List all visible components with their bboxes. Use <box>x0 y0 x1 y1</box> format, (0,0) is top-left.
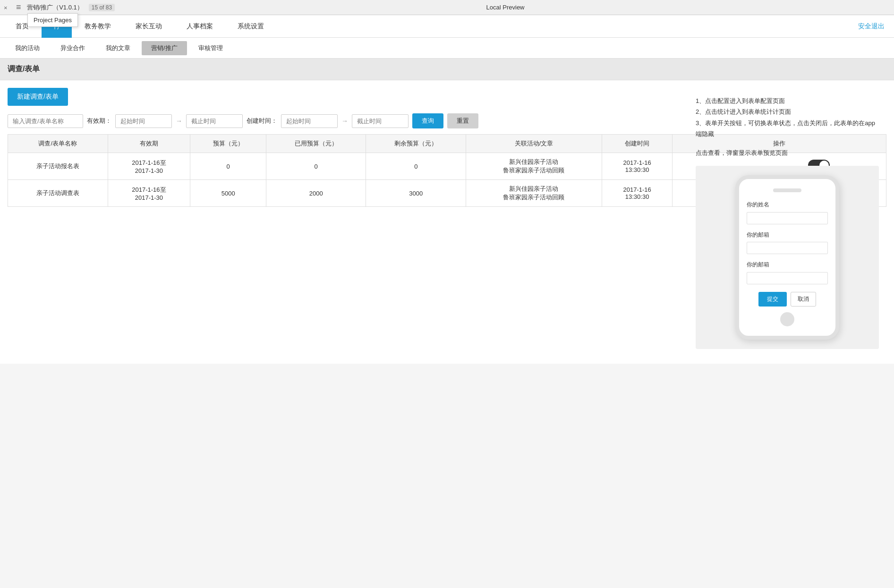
main-content: 新建调查/表单 有效期： → 创建时间： → 查询 重置 调查/表单名称 <box>0 80 894 364</box>
sub-nav-my-activities[interactable]: 我的活动 <box>6 41 49 55</box>
cell-remain-budget-0: 0 <box>366 153 466 180</box>
created-time-label: 创建时间： <box>247 117 277 125</box>
cell-name-1: 亲子活动调查表 <box>8 180 108 207</box>
phone-field-email1 <box>747 242 828 254</box>
valid-start-date[interactable] <box>115 114 172 128</box>
new-form-button[interactable]: 新建调查/表单 <box>8 88 68 106</box>
created-end-date[interactable] <box>352 114 409 128</box>
phone-notch <box>773 188 801 192</box>
sub-nav-marketing[interactable]: 营销/推广 <box>142 41 187 55</box>
query-button[interactable]: 查询 <box>412 113 443 128</box>
phone-submit-button[interactable]: 提交 <box>758 292 787 307</box>
valid-period-label: 有效期： <box>87 117 111 125</box>
cell-related-1: 新兴佳园亲子活动鲁班家园亲子活动回顾 <box>466 180 602 207</box>
title-bar: × ≡ 营销/推广（V1.0.1） 15 of 83 Local Preview… <box>0 0 894 15</box>
cell-name-0: 亲子活动报名表 <box>8 153 108 180</box>
col-header-used-budget: 已用预算（元） <box>266 135 366 153</box>
phone-field-name <box>747 212 828 224</box>
right-panel: 1、点击配置进入到表单配置页面 2、点击统计进入到表单统计计页面 3、表单开关按… <box>688 88 886 357</box>
cell-related-0: 新兴佳园亲子活动鲁班家园亲子活动回顾 <box>466 153 602 180</box>
reset-button[interactable]: 重置 <box>447 113 478 128</box>
field-label-email2: 你的邮箱 <box>747 260 828 270</box>
sub-nav-review[interactable]: 审核管理 <box>189 41 232 55</box>
arrow-icon-2: → <box>341 117 348 125</box>
page-count: 15 of 83 <box>89 4 115 11</box>
col-header-created: 创建时间 <box>602 135 672 153</box>
project-pages-tooltip: Project Pages <box>27 13 78 27</box>
col-header-remain-budget: 剩余预算（元） <box>366 135 466 153</box>
cell-period-0: 2017-1-16至2017-1-30 <box>108 153 190 180</box>
phone-cancel-button[interactable]: 取消 <box>791 292 816 307</box>
preview-note: 点击查看，弹窗显示表单预览页面 <box>696 147 879 158</box>
sub-nav-my-articles[interactable]: 我的文章 <box>96 41 140 55</box>
instruction-1: 1、点击配置进入到表单配置页面 <box>696 95 879 106</box>
col-header-name: 调查/表单名称 <box>8 135 108 153</box>
nav-tab-hr[interactable]: 人事档案 <box>175 15 225 38</box>
col-header-related: 关联活动/文章 <box>466 135 602 153</box>
valid-end-date[interactable] <box>186 114 243 128</box>
cell-period-1: 2017-1-16至2017-1-30 <box>108 180 190 207</box>
nav-tabs: 首页 行 教务教学 家长互动 人事档案 系统设置 安全退出 <box>0 15 894 38</box>
phone-home-button <box>780 312 794 326</box>
page-title: 调查/表单 <box>8 65 40 73</box>
window-title: Local Preview <box>120 4 890 11</box>
cell-budget-0: 0 <box>190 153 266 180</box>
instruction-2: 2、点击统计进入到表单统计计页面 <box>696 106 879 117</box>
search-input[interactable] <box>8 114 83 128</box>
page-header: 调查/表单 <box>0 59 894 80</box>
sub-nav-cooperation[interactable]: 异业合作 <box>51 41 94 55</box>
logout-button[interactable]: 安全退出 <box>852 22 890 31</box>
arrow-icon-1: → <box>176 117 182 125</box>
nav-tab-parents[interactable]: 家长互动 <box>124 15 174 38</box>
created-start-date[interactable] <box>281 114 338 128</box>
col-header-period: 有效期 <box>108 135 190 153</box>
cell-remain-budget-1: 3000 <box>366 180 466 207</box>
menu-icon[interactable]: ≡ <box>16 2 21 12</box>
col-header-budget: 预算（元） <box>190 135 266 153</box>
cell-created-1: 2017-1-1613:30:30 <box>602 180 672 207</box>
instruction-3: 3、表单开关按钮，可切换表单状态，点击关闭后，此表单的在app端隐藏 <box>696 118 879 140</box>
phone-preview: 你的姓名 你的邮箱 你的邮箱 提交 取消 <box>735 175 839 340</box>
nav-tab-settings[interactable]: 系统设置 <box>226 15 276 38</box>
cell-created-0: 2017-1-1613:30:30 <box>602 153 672 180</box>
cell-used-budget-0: 0 <box>266 153 366 180</box>
field-label-email1: 你的邮箱 <box>747 230 828 240</box>
close-icon[interactable]: × <box>4 4 10 11</box>
app-title: 营销/推广（V1.0.1） <box>27 3 83 12</box>
sub-nav: 我的活动 异业合作 我的文章 营销/推广 审核管理 <box>0 38 894 59</box>
nav-tab-education[interactable]: 教务教学 <box>73 15 123 38</box>
cell-budget-1: 5000 <box>190 180 266 207</box>
cell-used-budget-1: 2000 <box>266 180 366 207</box>
phone-field-email2 <box>747 272 828 284</box>
instructions: 1、点击配置进入到表单配置页面 2、点击统计进入到表单统计计页面 3、表单开关按… <box>696 95 879 140</box>
field-label-name: 你的姓名 <box>747 200 828 210</box>
